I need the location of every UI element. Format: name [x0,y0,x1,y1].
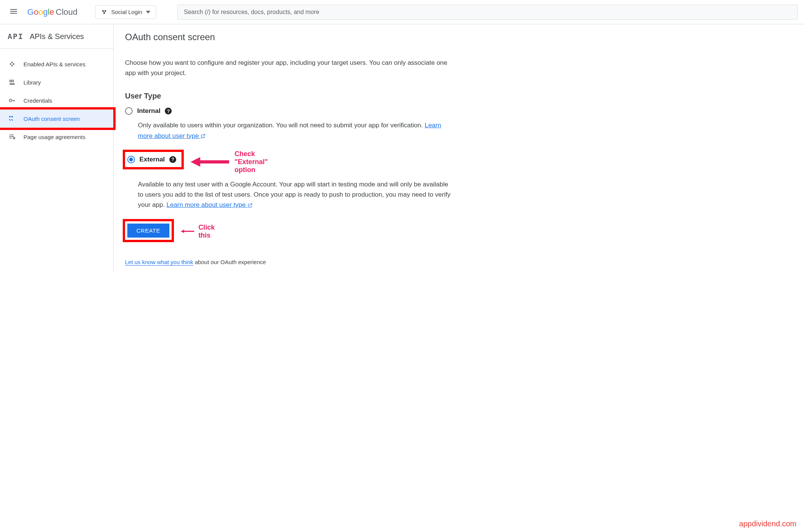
create-button[interactable]: CREATE [127,224,169,238]
sidebar-item-page-usage[interactable]: Page usage agreements [0,128,113,146]
sidebar: API APIs & Services Enabled APIs & servi… [0,24,114,273]
search-placeholder: Search (/) for resources, docs, products… [184,9,319,16]
search-input[interactable]: Search (/) for resources, docs, products… [177,5,798,20]
main-content: OAuth consent screen Choose how you want… [114,24,462,273]
radio-internal[interactable] [125,107,133,115]
svg-marker-8 [191,157,200,167]
arrow-icon [191,154,231,170]
radio-internal-label: Internal [137,107,160,115]
sidebar-item-label: Enabled APIs & services [23,61,85,67]
key-icon [8,97,16,104]
sidebar-item-oauth-consent[interactable]: OAuth consent screen [0,110,113,128]
internal-description: Only available to users within your orga… [138,120,451,141]
radio-external[interactable] [127,156,135,163]
sidebar-item-enabled-apis[interactable]: Enabled APIs & services [0,55,113,73]
sidebar-item-label: Library [23,79,41,86]
learn-more-external-link[interactable]: Learn more about user type [167,201,253,208]
sidebar-title: APIs & Services [30,32,84,41]
help-icon[interactable]: ? [169,156,176,163]
annotation-external: Check "External" option [191,150,273,174]
annotation-create: Click this [181,224,215,239]
radio-option-external: External ? Check "External" option Avail… [125,150,451,210]
google-cloud-logo[interactable]: Google Cloud [27,7,78,17]
api-logo-icon: API [8,32,23,41]
radio-external-label: External [139,156,165,163]
sidebar-item-label: Page usage agreements [23,134,85,140]
agreements-icon [8,133,16,141]
diamond-icon [8,60,16,68]
user-type-radio-group: Internal ? Only available to users withi… [125,107,451,210]
external-link-icon [247,203,253,208]
svg-point-2 [103,12,105,14]
svg-point-4 [9,116,11,117]
project-name: Social Login [111,9,142,15]
page-title: OAuth consent screen [125,32,451,42]
sidebar-item-library[interactable]: Library [0,73,113,91]
external-description: Available to any test user with a Google… [138,179,451,210]
top-header: Google Cloud Social Login Search (/) for… [0,0,804,24]
chevron-down-icon [146,10,150,14]
sidebar-item-label: OAuth consent screen [23,116,80,122]
hamburger-menu-icon[interactable] [6,4,21,20]
svg-point-3 [9,99,12,102]
svg-point-1 [104,10,106,12]
consent-icon [8,115,16,122]
feedback-text: Let us know what you think about our OAu… [125,259,451,265]
project-dots-icon [101,9,108,16]
external-link-icon [200,133,206,139]
arrow-icon [181,228,195,234]
sidebar-item-credentials[interactable]: Credentials [0,91,113,110]
sidebar-item-label: Credentials [23,97,52,104]
svg-marker-10 [181,230,184,233]
intro-text: Choose how you want to configure and reg… [125,58,451,78]
sidebar-header: API APIs & Services [0,24,113,49]
user-type-heading: User Type [125,92,451,100]
create-highlight: CREATE [125,221,172,240]
svg-point-5 [11,116,13,117]
library-icon [8,78,16,86]
radio-option-internal: Internal ? Only available to users withi… [125,107,451,141]
help-icon[interactable]: ? [165,108,172,114]
feedback-link[interactable]: Let us know what you think [125,259,193,266]
logo-cloud-text: Cloud [56,7,77,17]
project-selector[interactable]: Social Login [95,5,156,19]
svg-point-0 [102,10,104,12]
